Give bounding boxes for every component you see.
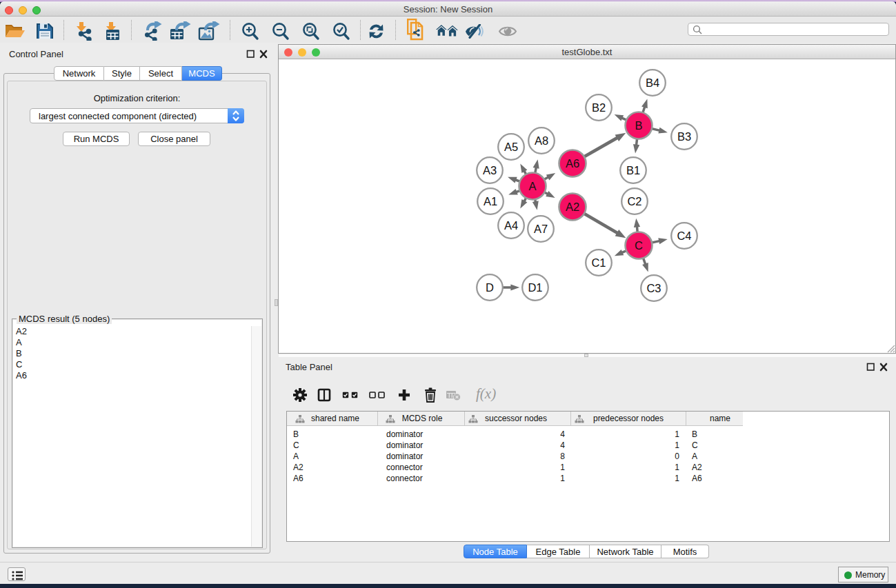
svg-text:B4: B4: [646, 77, 659, 89]
svg-text:D: D: [486, 281, 494, 294]
svg-text:A3: A3: [483, 164, 497, 176]
svg-text:B1: B1: [626, 164, 640, 176]
svg-text:A: A: [528, 180, 536, 192]
svg-text:A8: A8: [535, 134, 548, 147]
svg-text:A1: A1: [484, 195, 497, 207]
svg-text:A4: A4: [504, 219, 518, 232]
svg-text:B2: B2: [592, 101, 606, 114]
svg-text:C: C: [635, 239, 643, 252]
svg-text:C4: C4: [677, 230, 691, 242]
svg-text:A2: A2: [566, 201, 579, 213]
svg-text:B3: B3: [677, 130, 691, 143]
svg-text:D1: D1: [528, 281, 542, 294]
svg-text:A7: A7: [534, 223, 548, 235]
svg-text:C3: C3: [646, 282, 661, 294]
svg-text:C1: C1: [591, 256, 606, 269]
svg-text:A5: A5: [504, 141, 518, 153]
svg-text:C2: C2: [627, 195, 641, 207]
svg-text:A6: A6: [566, 157, 579, 170]
svg-text:B: B: [635, 119, 642, 132]
